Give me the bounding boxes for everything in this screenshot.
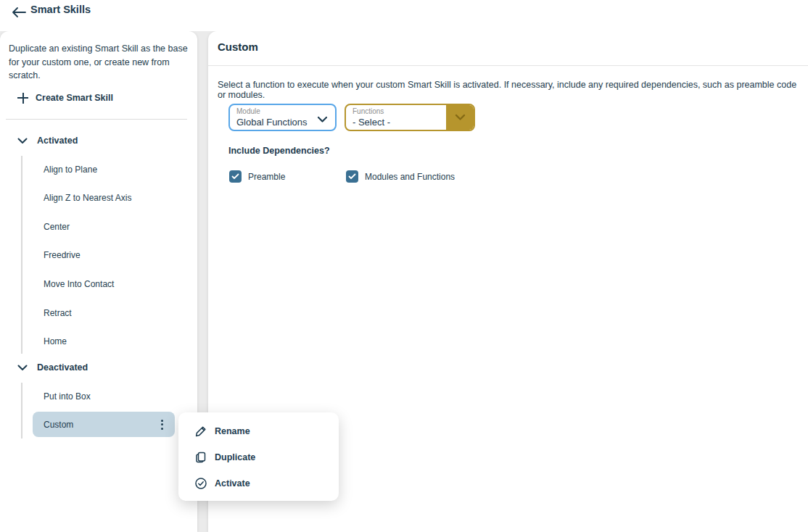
sidebar-item-home[interactable]: Home xyxy=(33,333,175,349)
section-header-activated[interactable]: Activated xyxy=(0,133,197,149)
functions-select[interactable]: Functions - Select - xyxy=(345,104,475,131)
menu-item-activate[interactable]: Activate xyxy=(178,470,339,496)
back-button[interactable] xyxy=(9,3,29,22)
duplicate-icon xyxy=(194,451,207,464)
preamble-checkbox-row: Preamble xyxy=(229,170,285,183)
functions-select-value: - Select - xyxy=(353,117,390,128)
module-select-value: Global Functions xyxy=(236,117,308,128)
modules-and-functions-checkbox[interactable] xyxy=(346,170,358,183)
modules-functions-checkbox-row: Modules and Functions xyxy=(346,170,455,183)
include-dependencies-label: Include Dependencies? xyxy=(228,146,330,156)
plus-icon xyxy=(17,93,28,104)
module-select[interactable]: Module Global Functions xyxy=(228,104,337,131)
sidebar-description: Duplicate an existing Smart Skill as the… xyxy=(9,42,190,83)
sidebar-item-align-z-to-nearest-axis[interactable]: Align Z to Nearest Axis xyxy=(33,190,175,206)
sidebar-item-custom-selected[interactable]: Custom xyxy=(33,412,175,437)
menu-item-rename[interactable]: Rename xyxy=(178,418,339,444)
indent-guide xyxy=(21,383,22,439)
check-circle-icon xyxy=(194,477,207,490)
check-icon xyxy=(231,173,239,180)
sidebar-item-freedrive[interactable]: Freedrive xyxy=(33,247,175,263)
page-title: Smart Skills xyxy=(30,4,91,15)
sidebar-item-align-to-plane[interactable]: Align to Plane xyxy=(33,162,175,178)
create-smart-skill-button[interactable]: Create Smart Skill xyxy=(17,88,113,108)
chevron-down-icon xyxy=(17,365,28,371)
main-description: Select a function to execute when your c… xyxy=(218,80,805,100)
chevron-down-icon xyxy=(17,138,28,144)
context-menu: Rename Duplicate Activate xyxy=(178,412,339,501)
sidebar-divider xyxy=(6,119,187,120)
main-divider xyxy=(208,65,808,66)
chevron-down-icon xyxy=(455,114,466,121)
sidebar-item-put-into-box[interactable]: Put into Box xyxy=(33,388,175,404)
functions-select-expand-button[interactable] xyxy=(446,105,474,130)
main-title: Custom xyxy=(218,41,258,53)
arrow-left-icon xyxy=(11,7,27,18)
section-header-deactivated[interactable]: Deactivated xyxy=(0,359,197,375)
preamble-checkbox-label: Preamble xyxy=(248,172,285,182)
sidebar-item-retract[interactable]: Retract xyxy=(33,305,175,321)
check-icon xyxy=(348,173,356,180)
modules-and-functions-checkbox-label: Modules and Functions xyxy=(365,172,455,182)
sidebar-item-move-into-contact[interactable]: Move Into Contact xyxy=(33,276,175,292)
topbar: Smart Skills xyxy=(0,0,808,31)
sidebar: Duplicate an existing Smart Skill as the… xyxy=(0,31,197,532)
kebab-menu-icon[interactable] xyxy=(154,416,169,433)
preamble-checkbox[interactable] xyxy=(229,170,242,183)
chevron-down-icon xyxy=(317,113,328,126)
sidebar-item-center[interactable]: Center xyxy=(33,219,175,235)
indent-guide xyxy=(21,156,22,354)
pencil-icon xyxy=(194,425,207,438)
menu-item-duplicate[interactable]: Duplicate xyxy=(178,444,339,470)
